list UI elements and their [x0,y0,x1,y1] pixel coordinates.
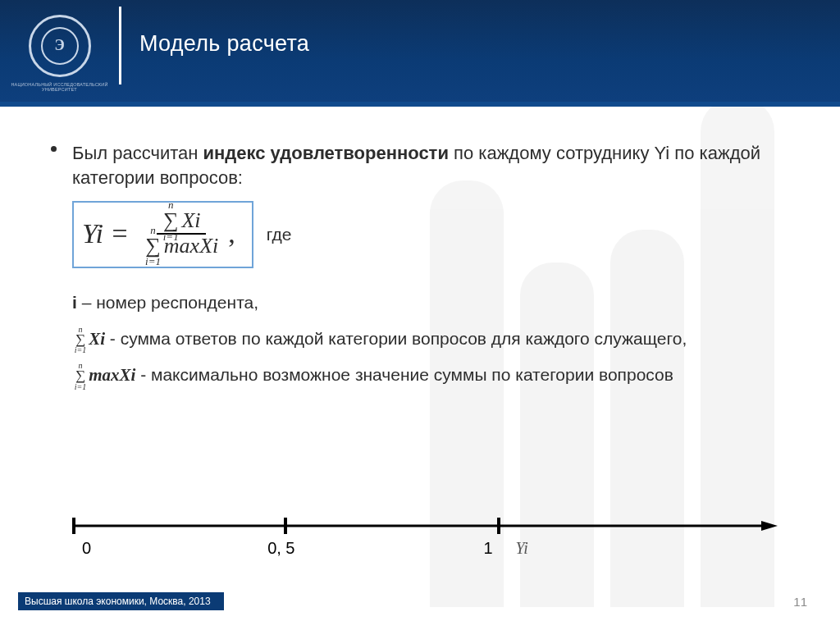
bullet-icon [51,146,57,152]
tick-0-5: 0, 5 [267,539,294,558]
tick-1: 1 [483,539,492,558]
formula-comma: , [228,215,235,253]
sigma-icon: ∑ n i=1 [75,367,85,386]
def-max: ∑ n i=1 maxXi - максимально возможное зн… [72,363,791,386]
slide-content: Был рассчитан индекс удовлетворенности п… [0,107,840,387]
footer-org: Высшая школа экономики, Москва, 2013 [18,592,224,610]
tick-0: 0 [82,539,91,558]
logo-mark: Э [41,27,79,65]
formula-lhs: Yi = [82,215,139,253]
slide-header: Э НАЦИОНАЛЬНЫЙ ИССЛЕДОВАТЕЛЬСКИЙ УНИВЕРС… [0,0,840,107]
def-i: i – номер респондента, [72,291,791,314]
intro-text: Был рассчитан индекс удовлетворенности п… [72,141,791,189]
axis-labels: 0 0, 5 1 Yi [72,539,778,558]
axis-var: Yi [516,539,528,558]
sigma-icon: ∑ n i=1 [144,235,162,258]
page-number: 11 [793,595,807,609]
formula-box: Yi = ∑ n i=1 Xi ∑ n i=1 [72,201,253,267]
where-label: где [267,223,292,246]
sigma-icon: ∑ n i=1 [75,331,85,349]
logo-zone: Э НАЦИОНАЛЬНЫЙ ИССЛЕДОВАТЕЛЬСКИЙ УНИВЕРС… [0,0,119,107]
arrow-axis-icon [72,516,778,536]
number-line: 0 0, 5 1 Yi [72,516,778,558]
def-sum: ∑ n i=1 Xi - сумма ответов по каждой кат… [72,327,791,350]
formula-row: Yi = ∑ n i=1 Xi ∑ n i=1 [72,201,791,267]
slide-footer: Высшая школа экономики, Москва, 2013 11 [0,592,840,610]
svg-marker-1 [761,521,778,531]
sigma-icon: ∑ n i=1 [162,209,180,233]
definitions: i – номер респондента, ∑ n i=1 Xi - сумм… [72,291,791,387]
header-divider [119,7,121,84]
intro-bold: индекс удовлетворенности [203,143,449,163]
logo-caption: НАЦИОНАЛЬНЫЙ ИССЛЕДОВАТЕЛЬСКИЙ УНИВЕРСИТ… [0,82,119,92]
hse-logo-icon: Э [29,15,91,77]
slide-title: Модель расчета [139,31,309,57]
num-var: Xi [181,209,200,233]
formula-fraction: ∑ n i=1 Xi ∑ n i=1 maxXi [139,209,223,258]
intro-pre: Был рассчитан [72,143,203,163]
